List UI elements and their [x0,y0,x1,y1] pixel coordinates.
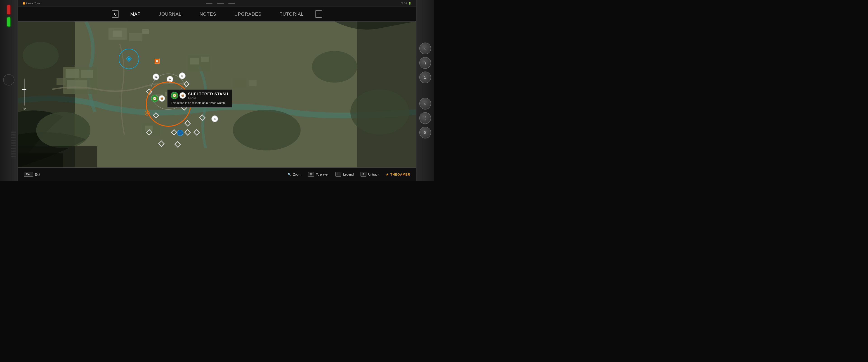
indicator-red [7,5,10,14]
svg-rect-5 [129,33,143,41]
signal-area: 📶 Lesser Zone [23,2,40,5]
marker-diamond-10[interactable] [175,142,180,147]
marker-diamond-6[interactable] [159,141,164,146]
marker-diamond-4[interactable] [153,113,159,118]
left-panel-detail [3,74,14,85]
v-key[interactable]: V [308,172,314,177]
marker-blue-diamond[interactable] [126,56,132,62]
svg-rect-13 [190,58,199,64]
svg-point-23 [233,110,301,150]
screen-container: ○ ) Σ ○ ( S 📶 Lesser Zone 06:26 🔋 Q Map [0,0,434,181]
top-dash-1 [206,3,213,4]
l-key[interactable]: L [336,172,341,177]
svg-rect-8 [66,69,79,78]
top-bar-center [206,3,235,4]
logo-name: THEGAMER [391,173,410,176]
tooltip-player-icon: 🧭 [171,92,178,99]
time-area: 06:26 🔋 [401,2,411,5]
svg-rect-4 [113,31,122,37]
svg-point-25 [350,89,409,135]
marker-skull-4[interactable]: ☠ [211,115,218,122]
right-panel: ○ ) Σ ○ ( S [416,0,434,181]
esc-key[interactable]: Esc [24,172,33,177]
nav-key-q[interactable]: Q [112,10,119,18]
right-button-4[interactable]: ○ [419,98,431,110]
tooltip-stash-icon: 📦 [180,92,186,99]
marker-diamond-7[interactable] [171,130,177,135]
marker-diamond-5[interactable] [147,130,152,135]
map-tooltip: 🧭 📦 SHELTERED STASH STASH This stash is … [167,89,232,108]
zoom-indicator [22,89,26,90]
to-player-action[interactable]: V To player [308,172,329,177]
marker-diamond-8[interactable] [185,120,190,126]
battery-icon: 🔋 [408,2,411,5]
svg-point-21 [23,42,59,69]
tooltip-title: SHELTERED STASH [188,92,228,96]
right-button-3[interactable]: Σ [419,72,431,83]
zoom-bar [24,79,25,106]
marker-skull-1[interactable]: ☠ [153,74,159,80]
right-button-2[interactable]: ) [419,57,431,69]
left-panel [0,0,18,181]
tab-map[interactable]: Map [121,10,150,19]
tab-journal[interactable]: Journal [150,10,191,19]
svg-rect-27 [18,153,63,167]
right-button-6[interactable]: S [419,127,431,138]
marker-diamond-right-3[interactable] [194,130,199,135]
marker-skull-3[interactable]: ☠ [179,73,186,79]
thegamer-logo: ★ THEGAMER [386,173,410,176]
zoom-control: ×2 [23,79,26,111]
svg-rect-17 [233,78,246,88]
zoom-action-label: Zoom [293,173,301,176]
tab-notes[interactable]: Notes [191,10,225,19]
svg-rect-9 [81,70,93,78]
marker-diamond-1[interactable] [147,89,152,94]
marker-skull-2[interactable]: ☠ [166,76,174,83]
svg-rect-6 [143,29,149,34]
marker-diamond-9[interactable] [185,130,190,135]
legend-action[interactable]: L Legend [336,172,354,177]
zone-label: Lesser Zone [26,2,40,5]
tooltip-description: This stash is as reliable as a Swiss wat… [171,101,228,105]
marker-orange-top[interactable] [155,59,160,63]
nav-bar: Q Map Journal Notes Upgrades Tutorial E [18,7,416,22]
to-player-label: To player [316,173,329,176]
right-button-5[interactable]: ( [419,112,431,124]
nav-key-e[interactable]: E [315,10,322,18]
legend-label: Legend [343,173,354,176]
indicator-green [7,18,10,26]
svg-rect-11 [57,78,66,85]
svg-point-22 [36,112,90,148]
tooltip-header: 🧭 📦 SHELTERED STASH STASH [171,92,228,99]
bottom-bar: Esc Exit 🔍 Zoom V To player L Legend F U… [18,167,416,181]
stash-marker[interactable]: 📦 [159,95,165,102]
small-orange-marker[interactable] [145,111,150,116]
tab-tutorial[interactable]: Tutorial [271,10,313,19]
logo-star-icon: ★ [386,173,389,176]
svg-rect-18 [249,80,256,86]
time-display: 06:26 [401,2,407,5]
marker-diamond-right-1[interactable] [184,81,189,87]
svg-point-24 [312,51,357,83]
top-bar: 📶 Lesser Zone 06:26 🔋 [18,0,416,7]
top-dash-3 [228,3,235,4]
tab-upgrades[interactable]: Upgrades [225,10,271,19]
zoom-label: ×2 [23,108,26,111]
zoom-icon: 🔍 [287,173,291,176]
untrack-label: Untrack [368,173,379,176]
f-key[interactable]: F [361,172,366,177]
tooltip-subtitle: STASH [188,96,228,99]
left-panel-stripe [11,131,16,158]
right-button-1[interactable]: ○ [419,43,431,54]
exit-action[interactable]: Esc Exit [24,172,40,177]
exit-label: Exit [35,173,40,176]
untrack-action[interactable]: F Untrack [361,172,379,177]
player-marker[interactable]: 🧭 [151,95,158,102]
zoom-action: 🔍 Zoom [287,173,301,176]
map-container[interactable]: ×2 ☠ ☠ ☠ [18,22,416,167]
svg-rect-14 [201,57,209,62]
marker-diamond-right-2[interactable] [199,115,205,120]
marker-blue-info[interactable]: ! [177,130,183,136]
top-dash-2 [217,3,224,4]
signal-icon: 📶 [23,2,25,4]
